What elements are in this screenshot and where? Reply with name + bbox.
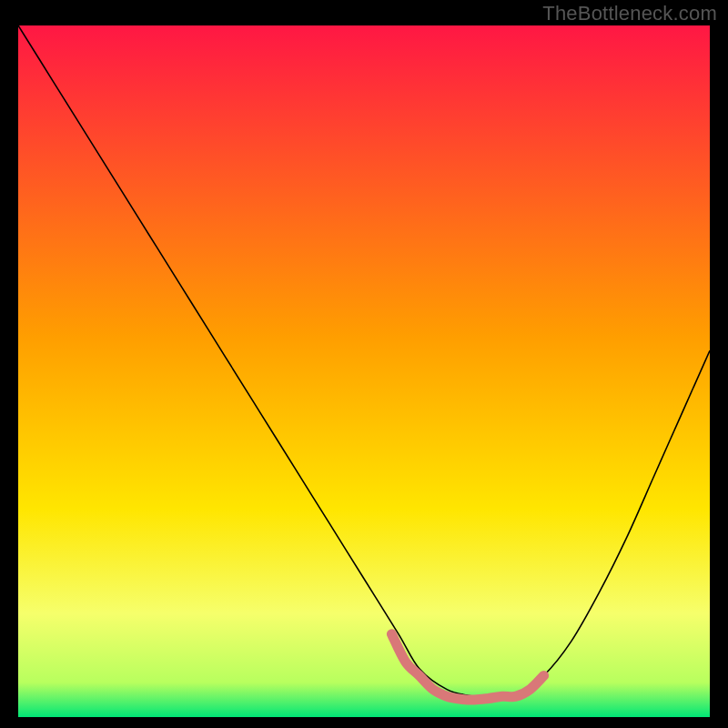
watermark-text: TheBottleneck.com [542, 2, 717, 25]
chart-frame: TheBottleneck.com [0, 0, 728, 728]
gradient-background [18, 25, 710, 717]
chart-plot-area [18, 25, 710, 717]
chart-svg [18, 25, 710, 717]
